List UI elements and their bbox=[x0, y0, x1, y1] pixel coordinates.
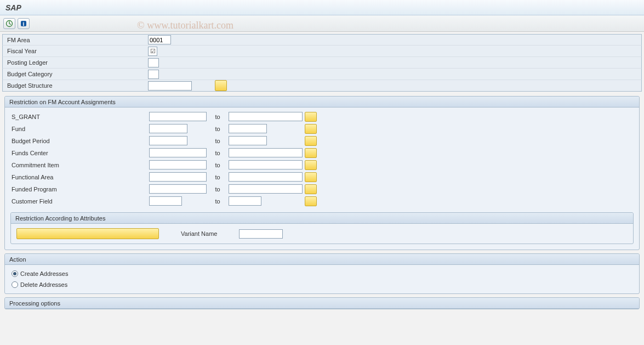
budget-structure-label: Budget Structure bbox=[3, 82, 148, 89]
budget-category-input[interactable] bbox=[148, 70, 159, 79]
execute-button[interactable] bbox=[3, 18, 15, 29]
delete-addresses-radio[interactable] bbox=[12, 281, 18, 288]
attributes-group: Restriction According to Attributes Vari… bbox=[10, 212, 634, 244]
funded-program-from-input[interactable] bbox=[149, 184, 207, 194]
fund-multi-button[interactable] bbox=[305, 124, 317, 134]
attributes-group-title: Restriction According to Attributes bbox=[11, 213, 633, 224]
fiscal-year-label: Fiscal Year bbox=[3, 48, 148, 54]
fund-to-input[interactable] bbox=[229, 124, 267, 133]
to-label: to bbox=[207, 150, 229, 156]
range-label: S_GRANT bbox=[9, 114, 149, 120]
funded-program-multi-button[interactable] bbox=[305, 184, 317, 194]
create-addresses-label: Create Addresses bbox=[20, 270, 68, 277]
range-label: Functional Area bbox=[9, 174, 149, 180]
s-grant-from-input[interactable] bbox=[149, 112, 207, 121]
funds-center-multi-button[interactable] bbox=[305, 148, 317, 158]
processing-options-group: Processing options bbox=[4, 297, 640, 309]
attributes-variant-button[interactable] bbox=[16, 228, 159, 239]
page-title: SAP bbox=[5, 3, 21, 12]
restriction-group: Restriction on FM Account Assignments S_… bbox=[4, 96, 640, 250]
to-label: to bbox=[207, 174, 229, 180]
variant-name-input[interactable] bbox=[239, 229, 283, 239]
restriction-group-title: Restriction on FM Account Assignments bbox=[5, 97, 639, 108]
range-row-budget-period: Budget Period to bbox=[9, 135, 635, 146]
range-label: Commitment Item bbox=[9, 162, 149, 168]
customer-field-from-input[interactable] bbox=[149, 196, 182, 206]
delete-addresses-row: Delete Addresses bbox=[9, 279, 635, 290]
range-label: Funded Program bbox=[9, 186, 149, 193]
fiscal-year-row: Fiscal Year ☑ bbox=[2, 46, 642, 57]
budget-category-label: Budget Category bbox=[3, 71, 148, 77]
functional-area-from-input[interactable] bbox=[149, 172, 207, 182]
budget-structure-row: Budget Structure bbox=[2, 80, 642, 92]
range-row-functional-area: Functional Area to bbox=[9, 171, 635, 183]
selection-panel: FM Area Fiscal Year ☑ Posting Ledger Bud… bbox=[2, 34, 642, 92]
range-label: Fund bbox=[9, 126, 149, 132]
fm-area-row: FM Area bbox=[2, 34, 642, 46]
to-label: to bbox=[207, 186, 229, 193]
to-label: to bbox=[207, 198, 229, 205]
commitment-item-to-input[interactable] bbox=[229, 160, 303, 169]
fiscal-year-checkbox[interactable]: ☑ bbox=[148, 47, 157, 56]
customer-field-to-input[interactable] bbox=[229, 196, 261, 206]
budget-period-multi-button[interactable] bbox=[305, 136, 317, 146]
budget-structure-search-button[interactable] bbox=[215, 80, 227, 91]
create-addresses-row: Create Addresses bbox=[9, 268, 635, 279]
budget-period-from-input[interactable] bbox=[149, 136, 187, 145]
commitment-item-from-input[interactable] bbox=[149, 160, 207, 169]
fund-from-input[interactable] bbox=[149, 124, 187, 133]
posting-ledger-label: Posting Ledger bbox=[3, 59, 148, 66]
functional-area-to-input[interactable] bbox=[229, 172, 303, 182]
range-label: Budget Period bbox=[9, 138, 149, 144]
to-label: to bbox=[207, 126, 229, 132]
posting-ledger-input[interactable] bbox=[148, 58, 159, 67]
title-bar: SAP bbox=[0, 0, 644, 15]
funds-center-to-input[interactable] bbox=[229, 148, 303, 157]
range-label: Customer Field bbox=[9, 198, 149, 205]
s-grant-to-input[interactable] bbox=[229, 112, 303, 121]
budget-period-to-input[interactable] bbox=[229, 136, 267, 145]
range-row-funds-center: Funds Center to bbox=[9, 147, 635, 159]
range-row-commitment-item: Commitment Item to bbox=[9, 159, 635, 171]
range-row-customer-field: Customer Field to bbox=[9, 195, 635, 207]
toolbar: i bbox=[0, 15, 644, 32]
processing-options-title: Processing options bbox=[5, 298, 639, 309]
action-group: Action Create Addresses Delete Addresses bbox=[4, 253, 640, 294]
range-row-funded-program: Funded Program to bbox=[9, 183, 635, 195]
create-addresses-radio[interactable] bbox=[12, 270, 18, 277]
fm-area-label: FM Area bbox=[3, 37, 148, 43]
attributes-group-body: Variant Name bbox=[11, 224, 633, 244]
range-row-fund: Fund to bbox=[9, 123, 635, 134]
range-label: Funds Center bbox=[9, 150, 149, 156]
to-label: to bbox=[207, 138, 229, 144]
customer-field-multi-button[interactable] bbox=[305, 196, 317, 206]
restriction-group-body: S_GRANT to Fund to Budget Period to bbox=[5, 108, 639, 250]
to-label: to bbox=[207, 162, 229, 168]
to-label: to bbox=[207, 114, 229, 120]
funds-center-from-input[interactable] bbox=[149, 148, 207, 157]
action-group-body: Create Addresses Delete Addresses bbox=[5, 265, 639, 293]
funded-program-to-input[interactable] bbox=[229, 184, 303, 194]
info-button[interactable]: i bbox=[18, 18, 30, 29]
action-group-title: Action bbox=[5, 254, 639, 265]
svg-text:i: i bbox=[23, 21, 25, 27]
range-row-s-grant: S_GRANT to bbox=[9, 111, 635, 122]
posting-ledger-row: Posting Ledger bbox=[2, 57, 642, 69]
functional-area-multi-button[interactable] bbox=[305, 172, 317, 182]
s-grant-multi-button[interactable] bbox=[305, 112, 317, 122]
variant-name-label: Variant Name bbox=[181, 230, 217, 237]
commitment-item-multi-button[interactable] bbox=[305, 160, 317, 170]
budget-category-row: Budget Category bbox=[2, 69, 642, 80]
budget-structure-input[interactable] bbox=[148, 81, 192, 91]
fm-area-input[interactable] bbox=[148, 35, 171, 44]
delete-addresses-label: Delete Addresses bbox=[20, 281, 67, 288]
